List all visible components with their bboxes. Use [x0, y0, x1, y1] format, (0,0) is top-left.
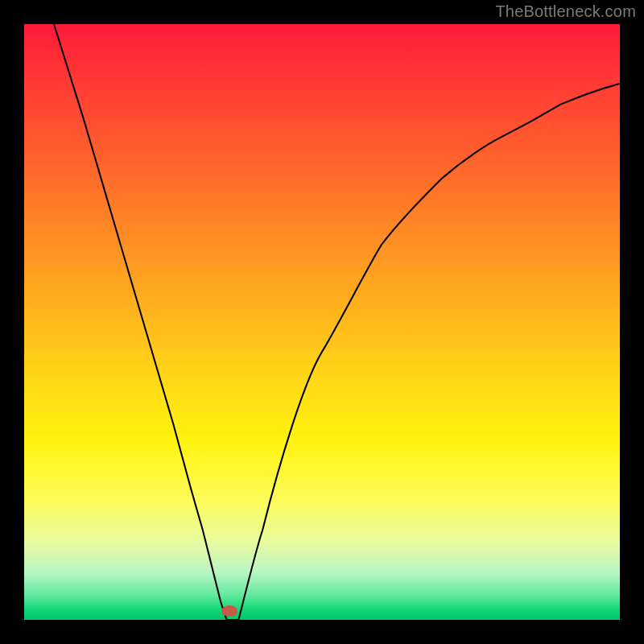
outer-frame: TheBottleneck.com	[0, 0, 644, 644]
curve-svg	[24, 24, 620, 620]
attribution-text: TheBottleneck.com	[495, 2, 636, 21]
optimum-marker	[221, 605, 237, 617]
bottleneck-curve	[54, 24, 620, 620]
